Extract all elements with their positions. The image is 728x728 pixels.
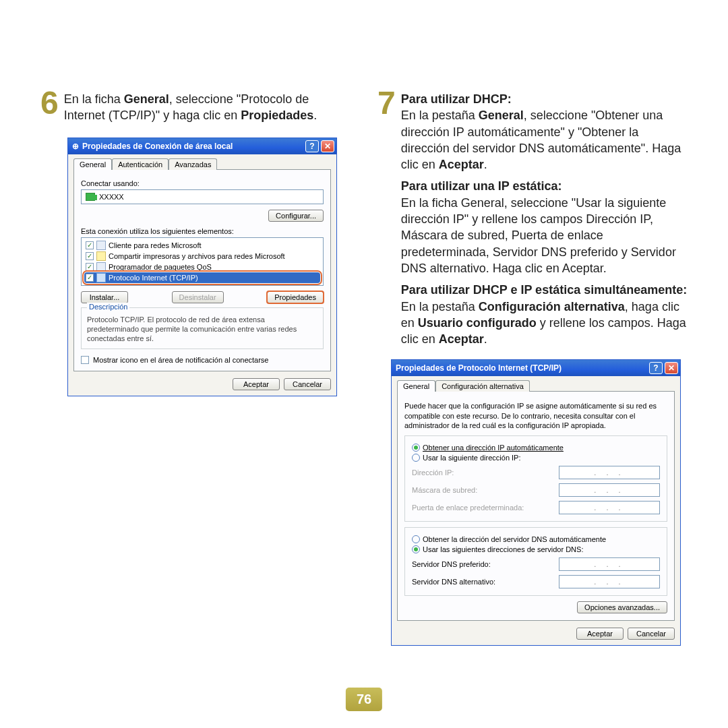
radio-static-ip[interactable]: Usar la siguiente dirección IP:: [412, 454, 660, 462]
checkbox[interactable]: ✓: [86, 263, 94, 271]
uninstall-button[interactable]: Desinstalar: [172, 291, 224, 303]
tab-bar: General Configuración alternativa: [397, 380, 675, 392]
step-7-text: Para utilizar DHCP: En la pestaña Genera…: [401, 91, 688, 347]
radio-icon: [412, 535, 420, 543]
configure-button[interactable]: Configurar...: [268, 210, 324, 222]
show-icon-checkbox[interactable]: [81, 356, 89, 364]
window-titlebar[interactable]: Propiedades de Protocolo Internet (TCP/I…: [392, 360, 680, 376]
step-6: 6 En la ficha General, seleccione "Proto…: [40, 91, 351, 124]
radio-icon: [412, 454, 420, 462]
share-icon: [96, 251, 106, 261]
help-button[interactable]: ?: [649, 362, 663, 374]
list-item[interactable]: ✓Programador de paquetes QoS: [84, 262, 320, 272]
close-button[interactable]: ✕: [665, 362, 678, 374]
properties-button[interactable]: Propiedades: [267, 291, 324, 303]
dns1-input[interactable]: . . .: [559, 557, 660, 571]
step-7-number: 7: [377, 88, 396, 347]
tab-alternate-config[interactable]: Configuración alternativa: [435, 380, 530, 392]
dns1-row: Servidor DNS preferido:. . .: [412, 557, 660, 571]
gateway-input[interactable]: . . .: [559, 501, 660, 514]
tab-advanced[interactable]: Avanzadas: [169, 158, 217, 170]
list-item[interactable]: ✓Cliente para redes Microsoft: [84, 240, 320, 251]
advanced-button[interactable]: Opciones avanzadas...: [577, 601, 667, 613]
network-icon: ⊕: [72, 142, 79, 151]
radio-icon: [412, 545, 420, 553]
page-number: 76: [346, 688, 382, 711]
dns-config-group: Obtener la dirección del servidor DNS au…: [404, 527, 667, 596]
step-6-number: 6: [40, 88, 59, 124]
dns2-row: Servidor DNS alternativo:. . .: [412, 575, 660, 588]
cancel-button[interactable]: Cancelar: [284, 378, 331, 390]
step-6-text: En la ficha General, seleccione "Protoco…: [64, 91, 351, 124]
mask-input[interactable]: . . .: [559, 483, 660, 497]
tab-bar: General Autenticación Avanzadas: [73, 158, 331, 170]
subnet-mask-row: Máscara de subred:. . .: [412, 483, 660, 497]
connect-using-label: Conectar usando:: [81, 179, 324, 187]
tab-general[interactable]: General: [397, 380, 435, 392]
list-item[interactable]: ✓Compartir impresoras y archivos para re…: [84, 251, 320, 262]
cancel-button[interactable]: Cancelar: [628, 628, 675, 640]
ip-config-group: Obtener una dirección IP automáticamente…: [404, 435, 667, 522]
qos-icon: [96, 262, 106, 272]
show-icon-row[interactable]: Mostrar icono en el área de notificación…: [81, 356, 324, 364]
uses-items-label: Esta conexión utiliza los siguientes ele…: [81, 227, 324, 235]
nic-icon: [86, 193, 95, 201]
dns2-input[interactable]: . . .: [559, 575, 660, 588]
ip-address-row: Dirección IP:. . .: [412, 466, 660, 479]
description-text: Protocolo TCP/IP. El protocolo de red de…: [87, 315, 317, 344]
close-button[interactable]: ✕: [321, 140, 334, 152]
tcpip-icon: [96, 273, 106, 282]
radio-icon: [412, 444, 420, 452]
radio-static-dns[interactable]: Usar las siguientes direcciones de servi…: [412, 545, 660, 553]
components-listbox[interactable]: ✓Cliente para redes Microsoft ✓Compartir…: [81, 237, 324, 286]
radio-auto-ip[interactable]: Obtener una dirección IP automáticamente: [412, 444, 660, 452]
window-title: Propiedades de Conexión de área local: [82, 142, 303, 151]
window-titlebar[interactable]: ⊕ Propiedades de Conexión de área local …: [68, 138, 336, 154]
checkbox[interactable]: ✓: [86, 252, 94, 260]
ok-button[interactable]: Aceptar: [576, 628, 624, 640]
tab-general[interactable]: General: [73, 158, 112, 170]
description-group: Descripción Protocolo TCP/IP. El protoco…: [81, 307, 324, 350]
intro-text: Puede hacer que la configuración IP se a…: [404, 401, 667, 430]
lan-properties-window: ⊕ Propiedades de Conexión de área local …: [67, 138, 337, 397]
tcpip-properties-window: Propiedades de Protocolo Internet (TCP/I…: [391, 359, 681, 646]
ok-button[interactable]: Aceptar: [233, 378, 280, 390]
window-title: Propiedades de Protocolo Internet (TCP/I…: [396, 363, 647, 373]
ip-input[interactable]: . . .: [559, 466, 660, 479]
list-item-tcpip[interactable]: ✓Protocolo Internet (TCP/IP): [84, 272, 320, 283]
radio-auto-dns[interactable]: Obtener la dirección del servidor DNS au…: [412, 535, 660, 543]
nic-field[interactable]: XXXXX: [81, 189, 324, 204]
checkbox[interactable]: ✓: [86, 241, 94, 249]
tab-authentication[interactable]: Autenticación: [112, 158, 169, 170]
install-button[interactable]: Instalar...: [81, 291, 128, 303]
checkbox[interactable]: ✓: [86, 274, 94, 282]
nic-name: XXXXX: [99, 193, 124, 201]
client-icon: [96, 241, 106, 250]
show-icon-label: Mostrar icono en el área de notificación…: [93, 356, 268, 364]
gateway-row: Puerta de enlace predeterminada:. . .: [412, 501, 660, 514]
help-button[interactable]: ?: [305, 140, 319, 152]
step-7: 7 Para utilizar DHCP: En la pestaña Gene…: [377, 91, 688, 347]
description-legend: Descripción: [87, 303, 129, 311]
